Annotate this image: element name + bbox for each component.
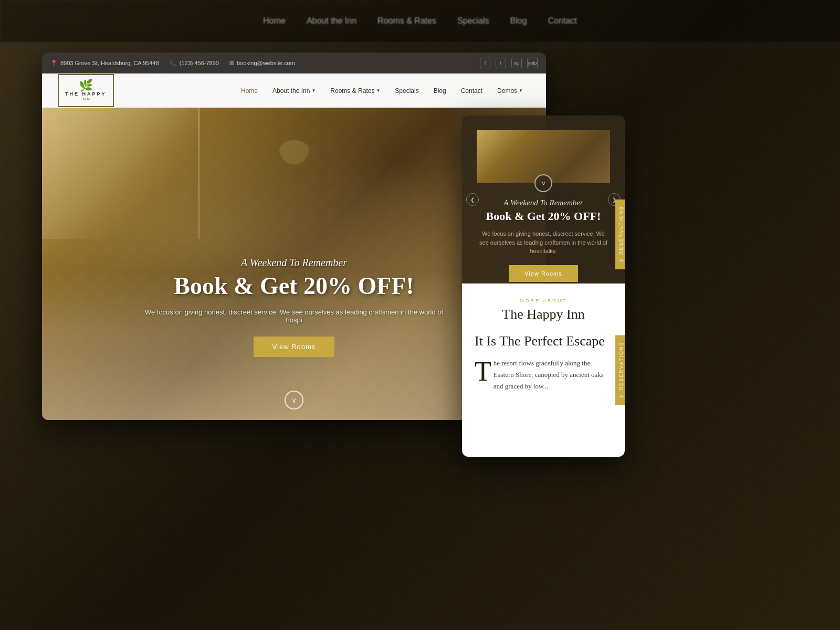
about-dropcap: T	[475, 361, 491, 383]
bg-nav-home: Home	[263, 16, 286, 26]
overlay-browser-window: ∨ A Weekend To Remember Book & Get 20% O…	[462, 116, 625, 457]
twitter-icon[interactable]: t	[496, 58, 506, 68]
slide-view-rooms-button[interactable]: View Rooms	[509, 265, 578, 282]
hero-description: We focus on giving honest, discreet serv…	[136, 308, 452, 324]
location-icon: 📍	[50, 60, 58, 67]
about-dropdown-icon: ▼	[311, 88, 316, 93]
nav-blog[interactable]: Blog	[426, 87, 454, 94]
nav-links: Home About the Inn ▼ Rooms & Rates ▼ Spe…	[234, 87, 530, 94]
email-icon: ✉	[229, 60, 234, 67]
slide-text-area: A Weekend To Remember Book & Get 20% OFF…	[477, 183, 610, 282]
chandelier-stem	[293, 118, 295, 139]
slide-subtitle: A Weekend To Remember	[477, 198, 610, 207]
reservations-icon-2: ✏	[618, 393, 624, 399]
email[interactable]: ✉ booking@website.com	[229, 60, 295, 67]
phone[interactable]: 📞 (123) 456-7890	[170, 60, 219, 67]
about-panel: MORE ABOUT The Happy Inn It Is The Perfe…	[462, 284, 625, 457]
hero-scroll-down[interactable]: ∨	[285, 391, 303, 410]
social-links: f t trip yelp	[480, 58, 538, 68]
bg-nav-rooms: Rooms & Rates	[377, 16, 436, 26]
slide-scroll-down[interactable]: ∨	[534, 174, 552, 192]
nav-about[interactable]: About the Inn ▼	[265, 87, 323, 94]
reservations-label-2: RESERVATIONS	[618, 341, 624, 390]
bg-nav-contact: Contact	[548, 16, 577, 26]
tripadvisor-icon[interactable]: trip	[511, 58, 522, 68]
reservations-tab-1[interactable]: ✏ RESERVATIONS	[615, 200, 625, 269]
nav-demos[interactable]: Demos ▼	[490, 87, 530, 94]
reservations-icon-1: ✏	[618, 257, 624, 263]
facebook-icon[interactable]: f	[480, 58, 490, 68]
bg-nav-specials: Specials	[457, 16, 489, 26]
bg-nav-about: About the Inn	[307, 16, 356, 26]
view-rooms-button[interactable]: View Rooms	[254, 337, 335, 357]
nav-rooms[interactable]: Rooms & Rates ▼	[323, 87, 387, 94]
about-title: The Happy Inn	[475, 307, 612, 322]
nav-home[interactable]: Home	[234, 87, 265, 94]
rooms-dropdown-icon: ▼	[376, 88, 380, 93]
logo-box: 🌿 THE HAPPY INN	[58, 74, 114, 107]
reservations-tab-2[interactable]: ✏ RESERVATIONS	[615, 335, 625, 405]
phone-icon: 📞	[170, 60, 177, 67]
nav-contact[interactable]: Contact	[454, 87, 490, 94]
main-nav: 🌿 THE HAPPY INN Home About the Inn ▼ Roo…	[42, 74, 546, 108]
background-nav: Home About the Inn Rooms & Rates Special…	[0, 0, 840, 42]
slide-chevron-down-icon: ∨	[541, 180, 546, 187]
window2-content: ∨ A Weekend To Remember Book & Get 20% O…	[462, 116, 625, 457]
logo[interactable]: 🌿 THE HAPPY INN	[58, 74, 114, 107]
logo-icon: 🌿	[65, 79, 107, 92]
hero-skylight	[42, 108, 200, 239]
about-more-label: MORE ABOUT	[475, 298, 612, 303]
demos-dropdown-icon: ▼	[519, 88, 523, 93]
reservations-label-1: RESERVATIONS	[618, 206, 624, 255]
chandelier-body	[278, 139, 310, 165]
logo-sub: INN	[65, 97, 107, 102]
address: 📍 8903 Grove St, Healdsburg, CA 95448	[50, 60, 159, 67]
chevron-down-icon: ∨	[291, 396, 297, 405]
slide-hero-bg: ∨	[477, 130, 610, 183]
about-body-text: T he resort flows gracefully along the E…	[475, 358, 612, 392]
slide-prev-arrow[interactable]: ❮	[466, 193, 479, 206]
about-escape-title: It Is The Perfect Escape	[475, 333, 612, 349]
slide-title: Book & Get 20% OFF!	[477, 209, 610, 223]
bg-nav-blog: Blog	[510, 16, 527, 26]
nav-specials[interactable]: Specials	[387, 87, 426, 94]
slide-panel: ∨ A Weekend To Remember Book & Get 20% O…	[462, 116, 625, 284]
chandelier-decoration	[273, 118, 315, 181]
yelp-icon[interactable]: yelp	[527, 58, 538, 68]
slide-description: We focus on giving honest, discreet serv…	[477, 229, 610, 256]
about-body-content: he resort flows gracefully along the Eas…	[494, 359, 604, 390]
contact-info: 📍 8903 Grove St, Healdsburg, CA 95448 📞 …	[50, 60, 469, 67]
top-bar: 📍 8903 Grove St, Healdsburg, CA 95448 📞 …	[42, 52, 546, 74]
